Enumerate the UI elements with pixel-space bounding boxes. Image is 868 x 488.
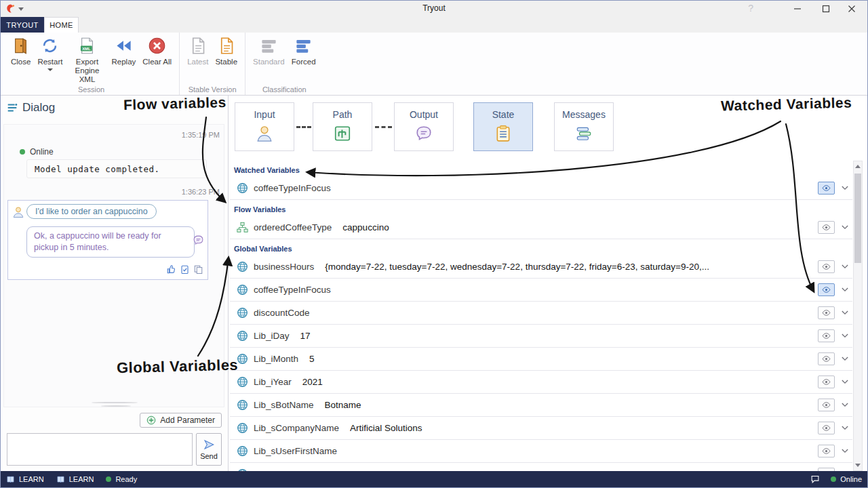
export-engine-xml-button[interactable]: Export Engine XML	[66, 35, 108, 87]
tab-messages[interactable]: Messages	[554, 102, 614, 151]
help-icon[interactable]: ?	[748, 3, 753, 14]
variable-row[interactable]: businessHours {monday=7-22, tuesday=7-22…	[230, 256, 852, 279]
add-parameter-button[interactable]: Add Parameter	[140, 413, 222, 428]
chevron-down-icon[interactable]	[840, 449, 850, 453]
chevron-down-icon[interactable]	[840, 186, 850, 190]
clear-all-button[interactable]: Clear All	[139, 35, 175, 68]
variable-name: coffeeTypeInFocus	[254, 183, 331, 193]
clipboard-check-icon[interactable]	[180, 264, 190, 274]
window-title: Tryout	[422, 3, 446, 13]
dialog-list-icon	[6, 102, 18, 114]
tab-connector-dash	[296, 126, 311, 128]
copy-icon[interactable]	[193, 264, 203, 274]
chevron-down-icon[interactable]	[840, 264, 850, 269]
watch-toggle-button[interactable]	[818, 283, 835, 296]
forced-label: Forced	[292, 58, 316, 66]
tab-input[interactable]: Input	[235, 102, 294, 151]
door-icon	[12, 37, 30, 55]
annotation-global-variables: Global Variables	[117, 357, 239, 378]
variables-scrollbar[interactable]	[853, 161, 863, 471]
ribbon-group-stable-version: Latest Stable Stable Version	[180, 33, 245, 95]
close-window-button[interactable]	[839, 1, 865, 17]
globe-icon	[237, 399, 248, 411]
chevron-down-icon[interactable]	[840, 287, 850, 292]
learn-label: LEARN	[19, 475, 44, 483]
maximize-button[interactable]	[813, 1, 839, 17]
tab-tryout[interactable]: TRYOUT	[1, 17, 44, 33]
chevron-down-icon[interactable]	[840, 310, 850, 315]
title-bar: Tryout ?	[1, 1, 867, 17]
variable-row[interactable]: Lib_sUserFirstName	[230, 440, 852, 463]
watch-toggle-button[interactable]	[818, 221, 835, 234]
variable-name: discountCode	[254, 308, 310, 318]
scroll-up-arrow[interactable]	[854, 161, 862, 171]
tab-output[interactable]: Output	[394, 102, 454, 151]
send-button[interactable]: Send	[196, 433, 222, 466]
statusbar-learn-1[interactable]: LEARN	[6, 475, 44, 484]
stable-button[interactable]: Stable	[212, 35, 241, 68]
session-group-label: Session	[3, 85, 179, 94]
chevron-down-icon[interactable]	[840, 333, 850, 338]
variable-row[interactable]: Lib_iMonth 5	[230, 348, 852, 371]
learn-label: LEARN	[69, 475, 94, 483]
variable-row[interactable]: Lib_iDay 17	[230, 325, 852, 348]
minimize-button[interactable]	[785, 1, 810, 17]
standard-button[interactable]: Standard	[250, 35, 288, 68]
variable-row[interactable]: Lib_iYear 2021	[230, 371, 852, 394]
watch-toggle-button[interactable]	[818, 329, 835, 342]
chevron-down-icon[interactable]	[840, 380, 850, 384]
user-message-bubble[interactable]: I'd like to order an cappuccino	[26, 204, 157, 219]
chevron-down-icon[interactable]	[840, 357, 850, 361]
dialog-input[interactable]	[7, 433, 193, 466]
variable-row[interactable]: discountCode	[230, 302, 852, 325]
watch-toggle-button[interactable]	[818, 352, 835, 365]
response-actions	[166, 264, 203, 274]
add-parameter-label: Add Parameter	[160, 415, 215, 425]
watch-toggle-button[interactable]	[818, 306, 835, 319]
chat-bubble-icon[interactable]	[810, 474, 820, 484]
statusbar-learn-2[interactable]: LEARN	[56, 475, 94, 484]
watch-toggle-button[interactable]	[818, 445, 835, 458]
chevron-down-icon[interactable]	[840, 426, 850, 430]
tab-home[interactable]: HOME	[44, 17, 79, 33]
scroll-down-arrow[interactable]	[854, 460, 862, 470]
close-session-button[interactable]: Close	[7, 35, 34, 68]
eye-icon	[822, 185, 831, 191]
watch-toggle-button[interactable]	[818, 182, 835, 195]
watch-toggle-button[interactable]	[818, 399, 835, 411]
forced-button[interactable]: Forced	[288, 35, 319, 68]
variable-row-partial[interactable]	[230, 463, 852, 471]
tab-state[interactable]: State	[473, 102, 533, 151]
latest-button[interactable]: Latest	[184, 35, 212, 68]
restart-dropdown-caret-icon[interactable]	[47, 68, 53, 71]
variable-row[interactable]: Lib_sCompanyName Artificial Solutions	[230, 417, 852, 440]
variable-row[interactable]: Lib_sBotName Botname	[230, 394, 852, 417]
scrollbar-thumb[interactable]	[854, 174, 861, 263]
variable-row[interactable]: orderedCoffeeType cappuccino	[230, 216, 852, 239]
app-logo-icon	[5, 3, 16, 14]
restart-icon	[41, 37, 59, 55]
bot-message-bubble[interactable]: Ok, a cappuccino will be ready for picku…	[26, 226, 195, 258]
thumbs-up-icon[interactable]	[166, 264, 176, 274]
replay-button[interactable]: Replay	[108, 35, 139, 68]
chevron-down-icon[interactable]	[840, 403, 850, 407]
tab-path-label: Path	[333, 109, 353, 120]
chevron-down-icon[interactable]	[840, 225, 850, 230]
restart-button[interactable]: Restart	[34, 35, 66, 73]
variable-name: coffeeTypeInFocus	[254, 285, 331, 295]
watch-toggle-button[interactable]	[818, 375, 835, 388]
watch-toggle-button[interactable]	[818, 422, 835, 434]
app-menu-caret-icon[interactable]	[18, 7, 24, 11]
variable-value: Artificial Solutions	[350, 423, 818, 433]
globe-icon	[237, 182, 248, 194]
variable-row[interactable]: coffeeTypeInFocus	[230, 177, 852, 200]
watch-toggle-button[interactable]	[818, 260, 835, 273]
variable-name: Lib_sBotName	[254, 400, 314, 410]
timestamp: 1:35:19 PM	[182, 131, 220, 139]
forced-bars-icon	[294, 37, 313, 55]
tab-path[interactable]: Path	[313, 102, 372, 151]
variable-row[interactable]: coffeeTypeInFocus	[230, 279, 852, 302]
export-engine-xml-label: Export Engine XML	[69, 58, 104, 85]
section-header-watched-variables: Watched Variables	[230, 161, 852, 177]
document-icon	[189, 37, 207, 55]
